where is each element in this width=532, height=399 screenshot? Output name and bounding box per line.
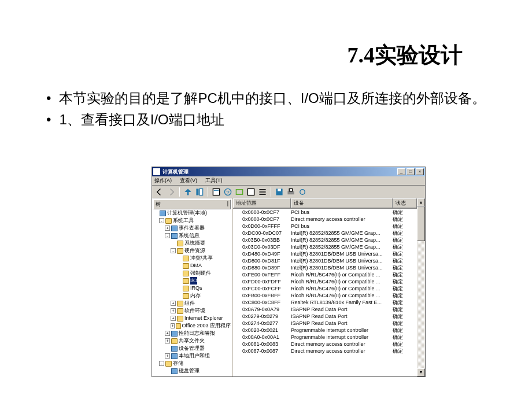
list-row[interactable]: 0xFC00-0xFCFFRicoh R/RL/5C476(II) or Com… [233, 285, 417, 292]
minimize-button[interactable]: _ [397, 168, 405, 175]
list-row[interactable]: 0x0000-0x0CF7PCI bus确定 [233, 209, 417, 216]
forward-button[interactable] [166, 187, 176, 197]
expander-icon[interactable]: - [171, 248, 176, 253]
tree-node[interactable]: 内存 [153, 292, 231, 300]
tree-node[interactable]: 强制硬件 [153, 269, 231, 277]
tree-node[interactable]: 磁盘管理 [153, 367, 231, 375]
tree-node[interactable]: 冲突/共享 [153, 254, 231, 262]
scroll-up-button[interactable]: ▲ [417, 198, 425, 206]
list-row[interactable]: 0xC800-0xC8FFRealtek RTL8139/810x Family… [233, 299, 417, 306]
tree-node-label: 软件环境 [184, 307, 205, 315]
list-row[interactable]: 0xFD00-0xFDFFRicoh R/RL/5C476(II) or Com… [233, 278, 417, 285]
up-button[interactable] [183, 187, 193, 197]
tree-node[interactable]: 系统摘要 [153, 239, 231, 247]
col-address[interactable]: 地址范围 [233, 198, 291, 208]
cell-status: 确定 [393, 271, 417, 278]
list-row[interactable]: 0xFE00-0xFEFFRicoh R/RL/5C476(II) or Com… [233, 271, 417, 278]
scroll-track[interactable] [417, 206, 425, 368]
list-row[interactable]: 0x0274-0x0277ISAPNP Read Data Port确定 [233, 320, 417, 327]
tree-node[interactable]: +本地用户和组 [153, 352, 231, 360]
tree-node[interactable]: +共享文件夹 [153, 337, 231, 345]
list-row[interactable]: 0xD480-0xD49FIntel(R) 82801DB/DBM USB Un… [233, 250, 417, 257]
tree-node[interactable]: +Internet Explorer [153, 315, 231, 322]
item-icon [171, 346, 178, 352]
svg-rect-6 [236, 189, 242, 194]
scroll-thumb[interactable] [417, 206, 425, 241]
cell-status: 确定 [393, 243, 417, 250]
tree-node[interactable]: 设备管理器 [153, 345, 231, 352]
tree-node[interactable]: +性能日志和警报 [153, 330, 231, 337]
tree-node-label: 性能日志和警报 [179, 330, 215, 337]
list-icon[interactable] [257, 187, 268, 197]
expander-icon[interactable]: + [171, 301, 176, 306]
list-row[interactable]: 0x0000-0x0CF7Direct memory access contro… [233, 216, 417, 223]
cell-address: 0xD880-0xD89F [242, 264, 291, 271]
list-row[interactable]: 0xD800-0xD81FIntel(R) 82801DB/DBM USB Un… [233, 257, 417, 264]
cell-device: Ricoh R/RL/5C476(II) or Compatible ... [291, 271, 393, 278]
tree-node[interactable]: +软件环境 [153, 307, 231, 315]
tree-node[interactable]: +Office 2003 应用程序 [153, 322, 231, 330]
tree-node-label: 组件 [184, 300, 195, 307]
list-row[interactable]: 0xFB00-0xFBFFRicoh R/RL/5C476(II) or Com… [233, 292, 417, 299]
col-status[interactable]: 状态 [393, 198, 417, 208]
menu-action[interactable]: 操作(A) [154, 177, 172, 184]
tree-node[interactable]: +事件查看器 [153, 224, 231, 232]
list-row[interactable]: 0x00A0-0x00A1Programmable interrupt cont… [233, 334, 417, 341]
tree-node[interactable]: -系统工具 [153, 217, 231, 224]
expander-icon[interactable]: - [165, 233, 170, 238]
maximize-button[interactable]: □ [407, 168, 415, 175]
menu-view[interactable]: 查看(V) [180, 177, 197, 184]
save-button[interactable] [274, 187, 285, 197]
menu-tool[interactable]: 工具(T) [205, 177, 223, 184]
tree-node[interactable]: I/O [153, 277, 231, 285]
tree-node[interactable]: -系统信息 [153, 232, 231, 239]
refresh-button[interactable] [234, 187, 245, 197]
list-row[interactable]: 0x0081-0x0083Direct memory access contro… [233, 341, 417, 348]
cell-address: 0x0020-0x0021 [242, 327, 291, 334]
tree-node[interactable]: 计算机管理(本地) [153, 209, 231, 217]
tree-node[interactable]: -硬件资源 [153, 247, 231, 254]
cell-device: Direct memory access controller [291, 348, 393, 354]
expander-icon[interactable]: + [165, 331, 170, 336]
cell-status: 确定 [393, 264, 417, 271]
list-row[interactable]: 0x0D00-0xFFFFPCI bus确定 [233, 223, 417, 230]
list-row[interactable]: 0x0A79-0x0A79ISAPNP Read Data Port确定 [233, 306, 417, 313]
expander-icon[interactable]: + [165, 226, 170, 231]
titlebar[interactable]: 计算机管理 _ □ × [152, 167, 425, 176]
properties-button[interactable] [211, 187, 221, 197]
expander-icon[interactable]: - [159, 361, 164, 366]
expander-icon[interactable]: - [159, 218, 164, 223]
scroll-down-button[interactable]: ▼ [417, 368, 425, 376]
tree-node[interactable]: -存储 [153, 360, 231, 367]
list-row[interactable]: 0xD880-0xD89FIntel(R) 82801DB/DBM USB Un… [233, 264, 417, 271]
tree-node[interactable]: DMA [153, 262, 231, 269]
expander-icon[interactable]: + [171, 316, 176, 321]
list-row[interactable]: 0x0279-0x0279ISAPNP Read Data Port确定 [233, 313, 417, 320]
export-button[interactable] [246, 187, 256, 197]
expander-icon[interactable]: + [165, 338, 170, 343]
close-button[interactable]: × [416, 168, 424, 175]
list-row[interactable]: 0x03B0-0x03BBIntel(R) 82852/82855 GM/GME… [233, 237, 417, 243]
list-row[interactable]: 0x0087-0x0087Direct memory access contro… [233, 348, 417, 354]
list-row[interactable]: 0x03C0-0x03DFIntel(R) 82852/82855 GM/GME… [233, 243, 417, 250]
cell-status: 确定 [393, 209, 417, 216]
expander-icon[interactable]: + [171, 323, 175, 328]
vertical-scrollbar[interactable]: ▲ ▼ [417, 198, 425, 376]
show-hide-tree-button[interactable] [194, 187, 205, 197]
cell-address: 0xD480-0xD49F [242, 250, 291, 257]
cell-device: Direct memory access controller [291, 216, 393, 223]
tree-header[interactable]: 树 | [153, 200, 231, 209]
print-button[interactable] [286, 187, 296, 197]
cell-device: Ricoh R/RL/5C476(II) or Compatible ... [291, 278, 393, 285]
options-button[interactable] [297, 187, 308, 197]
help-button[interactable]: ? [223, 187, 233, 197]
list-row[interactable]: 0x0020-0x0021Programmable interrupt cont… [233, 327, 417, 334]
cell-status: 确定 [393, 299, 417, 306]
col-device[interactable]: 设备 [291, 198, 393, 208]
expander-icon[interactable]: + [171, 308, 176, 313]
list-row[interactable]: 0xDC00-0xDC07Intel(R) 82852/82855 GM/GME… [233, 230, 417, 237]
back-button[interactable] [154, 187, 165, 197]
tree-node[interactable]: IRQs [153, 285, 231, 292]
tree-node[interactable]: +组件 [153, 300, 231, 307]
expander-icon[interactable]: + [165, 353, 170, 359]
